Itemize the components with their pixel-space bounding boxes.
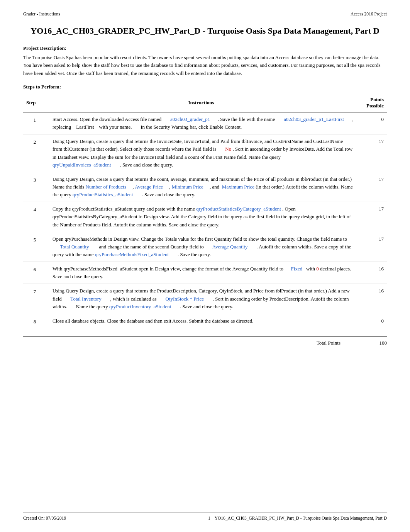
header-right: Access 2016 Project [351, 12, 387, 16]
step-number: 1 [23, 112, 46, 134]
steps-table: Step Instructions PointsPossible 1Start … [23, 94, 387, 329]
step-points: 0 [356, 112, 387, 134]
table-row: 5Open qryPurchaseMethods in Design view.… [23, 232, 387, 262]
step-points: 17 [356, 134, 387, 172]
step-points: 17 [356, 232, 387, 262]
footer-center: 1 YO16_AC_CH03_GRADER_PC_HW_Part_D - Tur… [208, 516, 387, 520]
step-instructions: With qryPurchaseMethodsFixed_aStudent op… [46, 262, 356, 284]
col-header-instructions: Instructions [46, 94, 356, 112]
project-description: The Turquoise Oasis Spa has been popular… [23, 54, 387, 78]
step-points: 16 [356, 262, 387, 284]
table-row: 8Close all database objects. Close the d… [23, 314, 387, 329]
header-left: Grader - Instructions [23, 12, 60, 16]
total-value: 100 [356, 340, 387, 346]
page: Grader - Instructions Access 2016 Projec… [0, 0, 410, 532]
step-points: 0 [356, 314, 387, 329]
step-number: 6 [23, 262, 46, 284]
step-instructions: Using Query Design, create a query that … [46, 134, 356, 172]
total-row: Total Points 100 [23, 337, 387, 346]
step-instructions: Copy the qryProductStatistics_aStudent q… [46, 202, 356, 232]
table-row: 3Using Query Design, create a query that… [23, 172, 387, 202]
step-instructions: Using Query Design, create a query that … [46, 172, 356, 202]
step-points: 17 [356, 172, 387, 202]
step-points: 16 [356, 284, 387, 314]
page-title-block: YO16_AC_CH03_GRADER_PC_HW_Part_D - Turqu… [23, 25, 387, 37]
project-description-label: Project Description: [23, 45, 387, 51]
footer-bar: Created On: 07/05/2019 1 YO16_AC_CH03_GR… [23, 512, 387, 520]
step-number: 7 [23, 284, 46, 314]
step-number: 2 [23, 134, 46, 172]
step-number: 8 [23, 314, 46, 329]
step-instructions: Start Access. Open the downloaded Access… [46, 112, 356, 134]
col-header-step: Step [23, 94, 46, 112]
col-header-points: PointsPossible [356, 94, 387, 112]
step-instructions: Open qryPurchaseMethods in Design view. … [46, 232, 356, 262]
step-instructions: Using Query Design, create a query that … [46, 284, 356, 314]
table-row: 7Using Query Design, create a query that… [23, 284, 387, 314]
table-row: 1Start Access. Open the downloaded Acces… [23, 112, 387, 134]
table-row: 6With qryPurchaseMethodsFixed_aStudent o… [23, 262, 387, 284]
step-points: 17 [356, 202, 387, 232]
page-title: YO16_AC_CH03_GRADER_PC_HW_Part_D - Turqu… [23, 25, 387, 37]
header-bar: Grader - Instructions Access 2016 Projec… [23, 12, 387, 16]
step-number: 4 [23, 202, 46, 232]
step-number: 5 [23, 232, 46, 262]
footer-left: Created On: 07/05/2019 [23, 516, 66, 520]
step-instructions: Close all database objects. Close the da… [46, 314, 356, 329]
step-number: 3 [23, 172, 46, 202]
table-row: 4Copy the qryProductStatistics_aStudent … [23, 202, 387, 232]
steps-label: Steps to Perform: [23, 84, 387, 90]
table-row: 2Using Query Design, create a query that… [23, 134, 387, 172]
total-label: Total Points [317, 340, 341, 346]
